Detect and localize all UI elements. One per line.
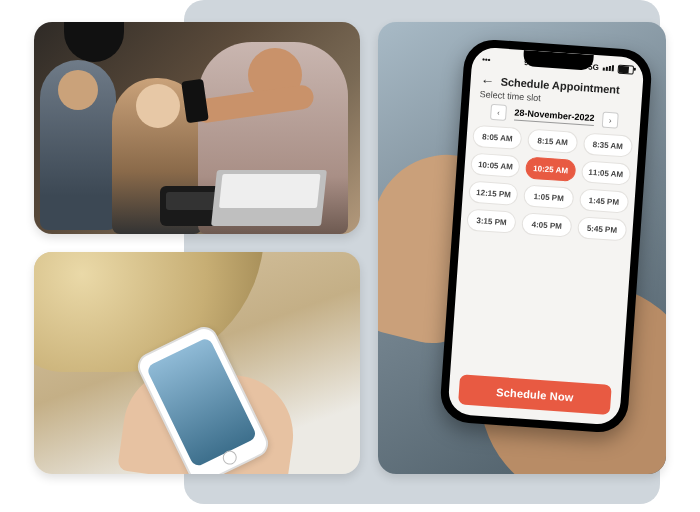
date-next-button[interactable]: › (602, 112, 619, 129)
time-slot[interactable]: 8:35 AM (582, 132, 633, 157)
time-slot[interactable]: 8:15 AM (527, 129, 578, 154)
app-screen: ••• 9:41 AM 5G ← Schedule Appointment Se… (447, 46, 644, 425)
time-slot[interactable]: 1:45 PM (579, 188, 630, 213)
battery-icon (618, 64, 635, 74)
back-icon[interactable]: ← (480, 73, 495, 88)
photo-checkin-scan (34, 22, 360, 234)
photo-holding-phone: ••• 9:41 AM 5G ← Schedule Appointment Se… (378, 22, 666, 474)
signal-icon (603, 65, 614, 72)
time-slot[interactable]: 8:05 AM (472, 125, 523, 150)
time-slot[interactable]: 12:15 PM (468, 181, 519, 206)
time-slot[interactable]: 3:15 PM (466, 208, 517, 233)
photo-video-call (34, 252, 360, 474)
laptop-icon (211, 170, 327, 226)
time-slot[interactable]: 11:05 AM (580, 160, 631, 185)
time-slot[interactable]: 1:05 PM (523, 184, 574, 209)
selected-date[interactable]: 28-November-2022 (514, 107, 595, 126)
time-slot[interactable]: 10:25 AM (525, 156, 576, 181)
status-carrier: ••• (482, 55, 491, 65)
time-slot-grid: 8:05 AM8:15 AM8:35 AM10:05 AM10:25 AM11:… (451, 124, 639, 375)
phone-device: ••• 9:41 AM 5G ← Schedule Appointment Se… (439, 38, 653, 434)
date-prev-button[interactable]: ‹ (490, 104, 507, 121)
time-slot[interactable]: 5:45 PM (577, 216, 628, 241)
time-slot[interactable]: 10:05 AM (470, 153, 521, 178)
schedule-now-button[interactable]: Schedule Now (458, 374, 612, 415)
time-slot[interactable]: 4:05 PM (521, 212, 572, 237)
